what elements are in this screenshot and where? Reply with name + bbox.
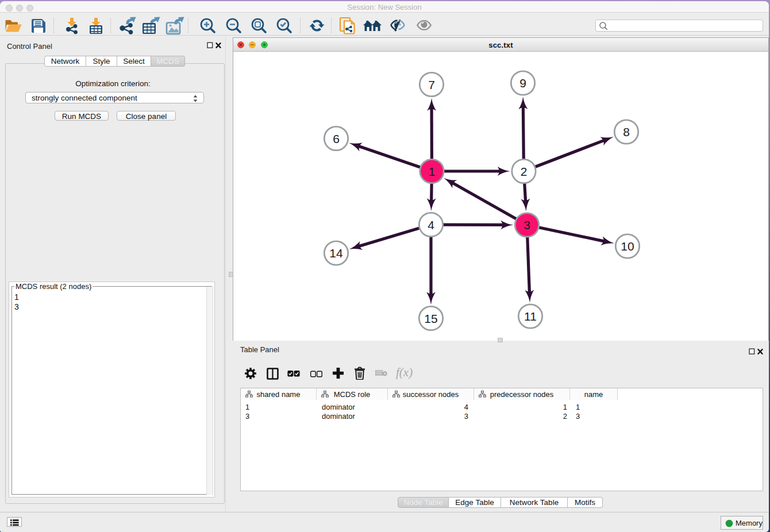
svg-text:3: 3 [523,218,530,232]
svg-text:15: 15 [424,312,437,325]
svg-text:2: 2 [521,165,528,178]
svg-text:6: 6 [333,132,340,145]
svg-text:10: 10 [621,240,634,253]
svg-text:14: 14 [329,246,343,260]
svg-text:11: 11 [524,310,537,323]
svg-text:8: 8 [623,125,630,138]
svg-text:4: 4 [428,218,434,232]
svg-text:7: 7 [428,78,435,91]
svg-text:9: 9 [519,76,526,90]
svg-text:1: 1 [429,165,436,178]
